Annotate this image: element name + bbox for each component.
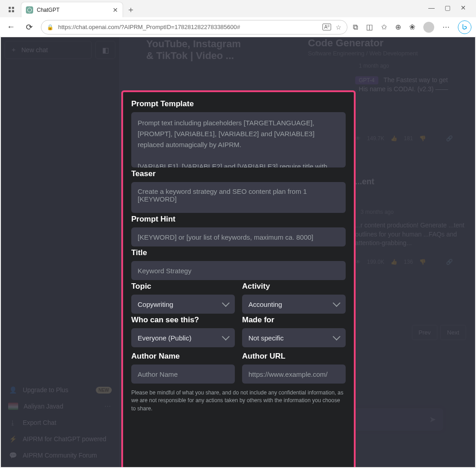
user-avatar-icon (8, 403, 18, 410)
tab-strip: ChatGPT ✕ ＋ (5, 2, 135, 17)
teaser-label: Teaser (131, 169, 346, 178)
user-menu-more-icon: ⋯ (104, 403, 112, 410)
eye-icon: 👁 (355, 259, 361, 265)
tab-title: ChatGPT (37, 7, 109, 13)
bg-stats-2: 👁199.0K 👍136 👎 🔗 (355, 259, 453, 265)
bg-card-c-title: ...ent (355, 177, 374, 187)
collections-icon[interactable]: ⊕ (395, 23, 401, 31)
export-label: Export Chat (23, 419, 56, 426)
thumbs-up-icon: 👍 (391, 259, 397, 265)
visibility-label: Who can see this? (131, 315, 235, 325)
bg-card-c-age: 3 months ago (361, 209, 394, 215)
split-screen-icon[interactable]: ◫ (366, 23, 373, 31)
prompt-template-modal: Prompt Template Teaser Prompt Hint Title… (121, 90, 356, 467)
new-chat-button[interactable]: ＋ New chat (5, 41, 92, 59)
more-menu-icon[interactable]: ⋯ (442, 23, 450, 31)
link-icon: 🔗 (446, 135, 453, 142)
bg-card-b-title: Code Generator (308, 37, 383, 49)
refresh-button[interactable]: ⟳ (23, 21, 35, 34)
window-close-icon[interactable]: ✕ (461, 4, 466, 11)
new-tab-button[interactable]: ＋ (127, 4, 135, 15)
teaser-textarea[interactable] (131, 182, 346, 213)
author-name-label: Author Name (131, 352, 235, 361)
aiprm-powered-label: AIPRM for ChatGPT powered (23, 435, 106, 443)
aiprm-forum-label: AIPRM Community Forum (23, 452, 97, 459)
made-for-select[interactable]: Not specific (242, 328, 346, 347)
prompt-hint-label: Prompt Hint (131, 215, 346, 224)
prompt-template-textarea[interactable] (131, 112, 346, 167)
user-menu[interactable]: Aaliyan Javad ⋯ (5, 398, 115, 414)
favorite-icon[interactable]: ☆ (336, 24, 342, 31)
gpt4-badge: GPT-4 (355, 76, 378, 84)
plus-icon: ＋ (10, 46, 17, 54)
address-bar[interactable]: 🔒 https://chat.openai.com/?AIPRM_PromptI… (41, 20, 347, 34)
user-name: Aaliyan Javad (24, 403, 63, 410)
upgrade-label: Upgrade to Plus (23, 386, 68, 394)
lock-icon: 🔒 (47, 24, 54, 30)
disclaimer-text: Please be mindful of what you share, and… (131, 389, 346, 413)
user-icon: 👤 (8, 386, 17, 394)
bg-stats-1: 👁149.7K 👍181 👎 🔗 (355, 135, 453, 142)
sidebar: ＋ New chat ◧ 👤 Upgrade to Plus NEW Aaliy… (1, 37, 119, 467)
prompt-template-label: Prompt Template (131, 99, 346, 108)
next-button[interactable]: Next (440, 325, 466, 340)
reader-mode-icon[interactable]: A⁰ (322, 24, 331, 30)
window-controls: — ▢ ✕ (418, 0, 476, 15)
aiprm-powered[interactable]: ⚡ AIPRM for ChatGPT powered (5, 431, 115, 447)
aiprm-forum[interactable]: 💬 AIPRM Community Forum (5, 447, 115, 463)
new-chat-label: New chat (21, 46, 48, 54)
bg-codai-line: . His name is CODAI. (v2.3) —— (355, 85, 448, 93)
author-url-input[interactable] (242, 365, 346, 384)
profile-avatar-icon[interactable] (423, 22, 434, 33)
favorites-bar-icon[interactable]: ✩ (381, 23, 387, 31)
prev-button[interactable]: Prev (412, 325, 438, 340)
topic-select[interactable]: Copywriting (131, 295, 235, 314)
new-badge: NEW (96, 387, 112, 394)
bing-chat-icon[interactable] (458, 20, 471, 34)
svg-rect-0 (9, 7, 11, 9)
browser-tab[interactable]: ChatGPT ✕ (21, 2, 123, 17)
bg-card-b-meta: Software Engineering / Web Development (308, 50, 418, 57)
hide-sidebar-button[interactable]: ◧ (95, 41, 115, 59)
prompt-hint-input[interactable] (131, 227, 346, 246)
bg-card-b-age: 1 month ago (359, 63, 389, 69)
url-text: https://chat.openai.com/?AIPRM_PromptID=… (58, 24, 318, 30)
activity-label: Activity (242, 282, 346, 291)
pager: Prev Next (412, 325, 466, 340)
activity-select[interactable]: Accounting (242, 295, 346, 314)
thumbs-up-icon: 👍 (391, 135, 397, 142)
thumbs-down-icon: 👎 (419, 135, 426, 142)
eye-icon: 👁 (355, 135, 361, 142)
browser-toolbar: ← ⟳ 🔒 https://chat.openai.com/?AIPRM_Pro… (0, 17, 476, 37)
topic-label: Topic (131, 282, 235, 291)
bolt-icon: ⚡ (8, 435, 17, 443)
bg-card-a-title: YouTube, Instagram & TikTok | Video ... (146, 38, 241, 62)
bg-card-c-blurb: ...r content production! Generate ...ten… (355, 221, 466, 248)
export-chat[interactable]: ⭳ Export Chat (5, 414, 115, 431)
window-minimize-icon[interactable]: — (428, 4, 435, 11)
title-input[interactable] (131, 261, 346, 280)
chatgpt-favicon-icon (26, 6, 33, 14)
bg-gpt4-row: GPT-4 The Fastest way to get (355, 76, 448, 84)
made-for-label: Made for (242, 315, 346, 325)
window-maximize-icon[interactable]: ▢ (445, 4, 451, 11)
upgrade-to-plus[interactable]: 👤 Upgrade to Plus NEW (5, 382, 115, 398)
chat-icon: 💬 (8, 452, 17, 459)
tab-close-icon[interactable]: ✕ (113, 6, 118, 14)
send-icon[interactable]: ➤ (429, 414, 436, 424)
link-icon: 🔗 (446, 259, 453, 265)
back-button[interactable]: ← (5, 21, 17, 34)
modal-actions: Cancel Save Prompt (131, 463, 346, 467)
download-icon: ⭳ (8, 419, 17, 426)
author-url-label: Author URL (242, 352, 346, 361)
title-label: Title (131, 248, 346, 257)
shopping-icon[interactable]: ❀ (409, 23, 415, 31)
extensions-icon[interactable]: ⧉ (353, 23, 358, 31)
author-name-input[interactable] (131, 365, 235, 384)
svg-rect-1 (12, 7, 14, 9)
panel-icon: ◧ (102, 46, 109, 54)
svg-rect-3 (12, 10, 14, 12)
visibility-select[interactable]: Everyone (Public) (131, 328, 235, 347)
thumbs-down-icon: 👎 (419, 259, 426, 265)
tab-overview-icon[interactable] (5, 3, 18, 16)
